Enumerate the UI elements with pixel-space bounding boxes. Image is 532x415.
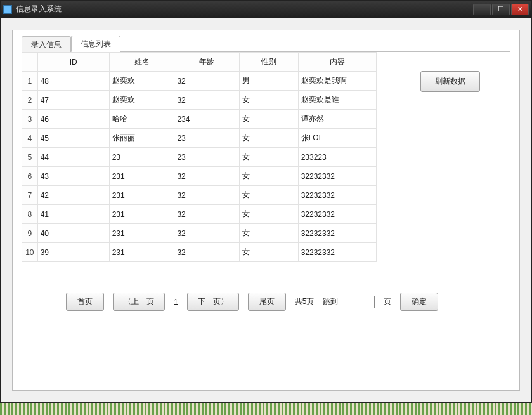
cell-gender: 女 <box>240 148 298 167</box>
cell-age: 32 <box>174 243 240 262</box>
cell-name: 231 <box>109 224 174 243</box>
cell-age: 23 <box>174 148 240 167</box>
cell-name: 张丽丽 <box>109 129 174 148</box>
cell-gender: 女 <box>240 205 298 224</box>
cell-name: 赵奕欢 <box>109 91 174 110</box>
data-table: ID 姓名 年龄 性别 内容 148赵奕欢32男赵奕欢是我啊247赵奕欢32女赵… <box>22 52 377 262</box>
minimize-button[interactable]: ─ <box>473 4 491 15</box>
header-name[interactable]: 姓名 <box>109 53 174 72</box>
table-row[interactable]: 64323132女32232332 <box>22 167 377 186</box>
cell-gender: 女 <box>240 91 298 110</box>
cell-id: 40 <box>37 224 109 243</box>
table-row[interactable]: 445张丽丽23女张LOL <box>22 129 377 148</box>
table-row[interactable]: 74223132女32232332 <box>22 186 377 205</box>
total-pages: 共5页 <box>295 296 315 307</box>
current-page: 1 <box>174 298 178 306</box>
cell-gender: 女 <box>240 224 298 243</box>
cell-name: 赵奕欢 <box>109 72 174 91</box>
cell-content: 32232332 <box>298 243 376 262</box>
cell-id: 45 <box>37 129 109 148</box>
cell-rownum: 5 <box>22 148 38 167</box>
last-page-button[interactable]: 尾页 <box>248 293 286 311</box>
next-page-button[interactable]: 下一页〉 <box>187 293 239 311</box>
cell-rownum: 10 <box>22 243 38 262</box>
cell-name: 哈哈 <box>109 110 174 129</box>
side-panel: 刷新数据 <box>389 52 510 262</box>
prev-page-button[interactable]: 〈上一页 <box>113 293 165 311</box>
cell-age: 23 <box>174 129 240 148</box>
cell-content: 32232332 <box>298 224 376 243</box>
app-window: 信息录入系统 ─ ☐ ✕ 录入信息 信息列表 ID <box>0 0 532 403</box>
cell-rownum: 6 <box>22 167 38 186</box>
cell-gender: 女 <box>240 186 298 205</box>
first-page-button[interactable]: 首页 <box>66 293 104 311</box>
cell-name: 231 <box>109 186 174 205</box>
cell-age: 234 <box>174 110 240 129</box>
cell-content: 32232332 <box>298 205 376 224</box>
cell-id: 44 <box>37 148 109 167</box>
cell-name: 231 <box>109 205 174 224</box>
confirm-button[interactable]: 确定 <box>400 293 438 311</box>
cell-rownum: 7 <box>22 186 38 205</box>
table-wrap: ID 姓名 年龄 性别 内容 148赵奕欢32男赵奕欢是我啊247赵奕欢32女赵… <box>22 52 377 262</box>
jump-input[interactable] <box>347 296 375 308</box>
cell-id: 48 <box>37 72 109 91</box>
cell-age: 32 <box>174 205 240 224</box>
tab-bar: 录入信息 信息列表 <box>22 37 510 52</box>
page-suffix: 页 <box>384 296 391 307</box>
maximize-button[interactable]: ☐ <box>492 4 510 15</box>
cell-content: 233223 <box>298 148 376 167</box>
table-row[interactable]: 103923132女32232332 <box>22 243 377 262</box>
cell-id: 47 <box>37 91 109 110</box>
tab-list[interactable]: 信息列表 <box>71 36 120 52</box>
cell-content: 32232332 <box>298 167 376 186</box>
cell-age: 32 <box>174 167 240 186</box>
titlebar[interactable]: 信息录入系统 ─ ☐ ✕ <box>1 1 531 18</box>
cell-content: 赵奕欢是我啊 <box>298 72 376 91</box>
cell-gender: 女 <box>240 167 298 186</box>
header-rownum <box>22 53 38 72</box>
cell-content: 赵奕欢是谁 <box>298 91 376 110</box>
cell-rownum: 3 <box>22 110 38 129</box>
cell-name: 231 <box>109 167 174 186</box>
jump-label: 跳到 <box>323 296 338 307</box>
cell-rownum: 2 <box>22 91 38 110</box>
table-row[interactable]: 94023132女32232332 <box>22 224 377 243</box>
cell-age: 32 <box>174 72 240 91</box>
cell-rownum: 9 <box>22 224 38 243</box>
header-id[interactable]: ID <box>37 53 109 72</box>
cell-gender: 女 <box>240 243 298 262</box>
tab-content: ID 姓名 年龄 性别 内容 148赵奕欢32男赵奕欢是我啊247赵奕欢32女赵… <box>22 52 510 262</box>
header-gender[interactable]: 性别 <box>240 53 298 72</box>
cell-gender: 男 <box>240 72 298 91</box>
cell-id: 39 <box>37 243 109 262</box>
cell-id: 41 <box>37 205 109 224</box>
window-title: 信息录入系统 <box>16 4 472 15</box>
table-row[interactable]: 5442323女233223 <box>22 148 377 167</box>
cell-content: 32232332 <box>298 186 376 205</box>
client-area: 录入信息 信息列表 ID 姓名 年龄 性别 内容 <box>1 18 531 402</box>
cell-gender: 女 <box>240 129 298 148</box>
header-content[interactable]: 内容 <box>298 53 376 72</box>
close-button[interactable]: ✕ <box>511 4 529 15</box>
cell-id: 43 <box>37 167 109 186</box>
refresh-button[interactable]: 刷新数据 <box>420 71 480 92</box>
table-row[interactable]: 247赵奕欢32女赵奕欢是谁 <box>22 91 377 110</box>
cell-content: 张LOL <box>298 129 376 148</box>
header-age[interactable]: 年龄 <box>174 53 240 72</box>
cell-content: 谭亦然 <box>298 110 376 129</box>
table-row[interactable]: 346哈哈234女谭亦然 <box>22 110 377 129</box>
cell-age: 32 <box>174 224 240 243</box>
table-row[interactable]: 148赵奕欢32男赵奕欢是我啊 <box>22 72 377 91</box>
cell-id: 46 <box>37 110 109 129</box>
cell-name: 23 <box>109 148 174 167</box>
tab-entry[interactable]: 录入信息 <box>22 36 71 52</box>
cell-name: 231 <box>109 243 174 262</box>
cell-age: 32 <box>174 186 240 205</box>
cell-id: 42 <box>37 186 109 205</box>
app-icon <box>3 5 12 14</box>
cell-gender: 女 <box>240 110 298 129</box>
cell-rownum: 8 <box>22 205 38 224</box>
cell-age: 32 <box>174 91 240 110</box>
table-row[interactable]: 84123132女32232332 <box>22 205 377 224</box>
